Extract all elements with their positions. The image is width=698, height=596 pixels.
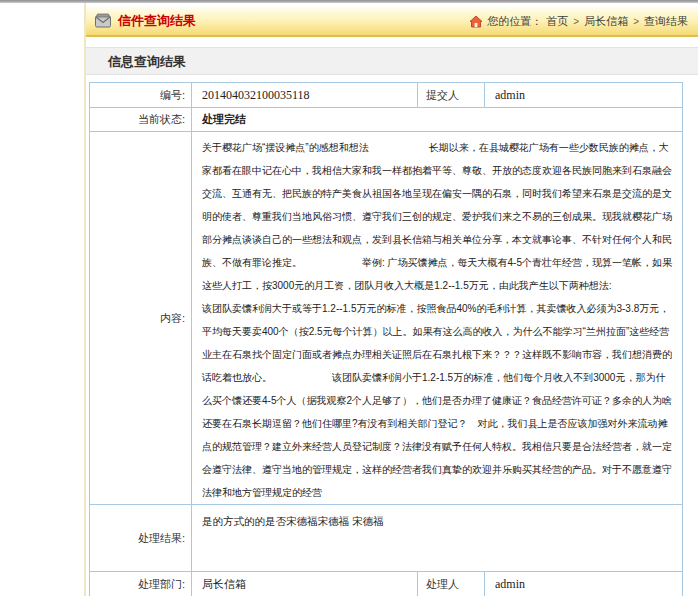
section-title: 信息查询结果 xyxy=(108,54,186,69)
submitter-value: admin xyxy=(485,83,683,108)
breadcrumb-current: 查询结果 xyxy=(644,14,688,29)
department-value: 局长信箱 xyxy=(192,572,418,596)
header-bar: 信件查询结果 您的位置： 首页 > 局长信箱 > 查询结果 xyxy=(86,7,698,37)
table-row-content: 内容: 关于樱花广场“摆设摊点”的感想和想法 长期以来，在县城樱花广场有一些少数… xyxy=(90,132,683,505)
breadcrumb-link-home[interactable]: 首页 xyxy=(546,14,568,29)
breadcrumb-separator: > xyxy=(572,16,580,27)
result-label: 处理结果: xyxy=(90,505,192,572)
number-label: 编号: xyxy=(90,83,192,108)
table-row-department: 处理部门: 局长信箱 处理人 admin xyxy=(90,572,683,596)
result-table: 编号: 201404032100035118 提交人 admin 当前状态: 处… xyxy=(89,82,683,596)
page-title: 信件查询结果 xyxy=(118,12,196,30)
department-label: 处理部门: xyxy=(90,572,192,596)
table-row-result: 处理结果: 是的方式的的是否宋德福宋德福 宋德福 xyxy=(90,505,683,572)
submitter-label: 提交人 xyxy=(418,83,485,108)
breadcrumb-link-mailbox[interactable]: 局长信箱 xyxy=(584,14,628,29)
breadcrumb-label: 您的位置： xyxy=(487,14,542,29)
table-row-status: 当前状态: 处理完结 xyxy=(90,108,683,132)
table-row-number: 编号: 201404032100035118 提交人 admin xyxy=(90,83,683,108)
result-value: 是的方式的的是否宋德福宋德福 宋德福 xyxy=(192,505,683,572)
breadcrumb: 您的位置： 首页 > 局长信箱 > 查询结果 xyxy=(469,14,688,29)
status-label: 当前状态: xyxy=(90,108,192,132)
mail-icon xyxy=(94,13,112,29)
handler-label: 处理人 xyxy=(418,572,485,596)
handler-value: admin xyxy=(485,572,683,596)
breadcrumb-separator: > xyxy=(632,16,640,27)
content-label: 内容: xyxy=(90,132,192,505)
content-value: 关于樱花广场“摆设摊点”的感想和想法 长期以来，在县城樱花广场有一些少数民族的摊… xyxy=(192,132,683,505)
content-container: 信件查询结果 您的位置： 首页 > 局长信箱 > 查询结果 信息查询结果 编号:… xyxy=(84,3,698,596)
section-title-bar: 信息查询结果 xyxy=(86,47,698,75)
home-icon xyxy=(469,15,483,28)
number-value: 201404032100035118 xyxy=(192,83,418,108)
status-value: 处理完结 xyxy=(192,108,683,132)
